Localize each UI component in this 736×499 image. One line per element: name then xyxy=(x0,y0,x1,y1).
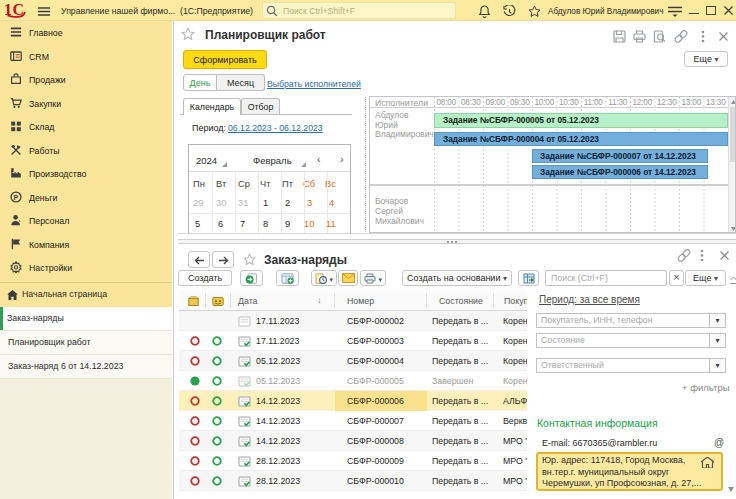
svg-text:Р: Р xyxy=(14,192,19,201)
